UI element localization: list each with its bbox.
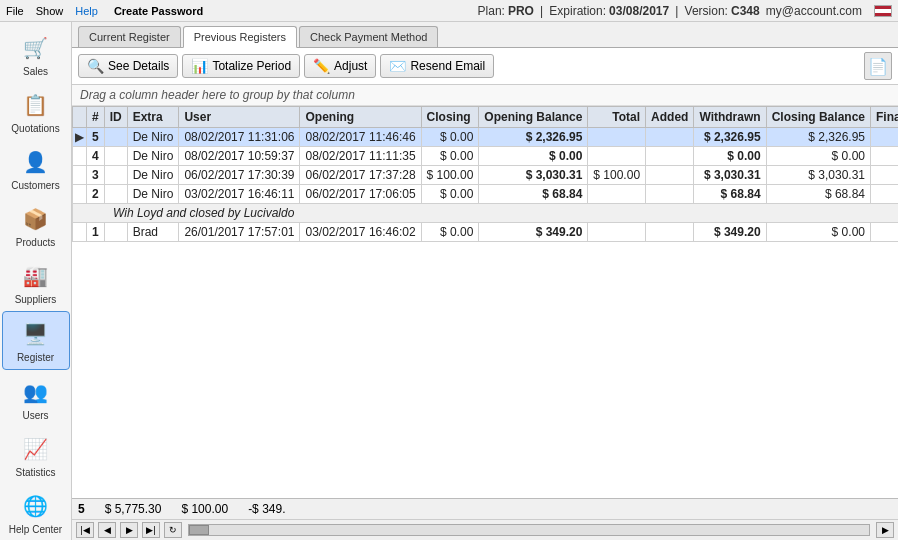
sidebar-label-quotations: Quotations: [11, 123, 59, 134]
table-subrow: Wih Loyd and closed by Lucivaldo: [73, 204, 899, 223]
sidebar-item-suppliers[interactable]: 🏭 Suppliers: [2, 254, 70, 311]
col-added[interactable]: Added: [646, 107, 694, 128]
menu-help[interactable]: Help: [75, 5, 98, 17]
nav-next-button[interactable]: ▶: [120, 522, 138, 538]
resend-email-button[interactable]: ✉️ Resend Email: [380, 54, 494, 78]
footer-summary-row: 5 $ 5,775.30 $ 100.00 -$ 349.: [72, 499, 898, 520]
totalize-period-button[interactable]: 📊 Totalize Period: [182, 54, 300, 78]
totalize-period-icon: 📊: [191, 58, 208, 74]
customers-icon: 👤: [20, 146, 52, 178]
sidebar-item-statistics[interactable]: 📈 Statistics: [2, 427, 70, 484]
col-opening-balance[interactable]: Opening Balance: [479, 107, 588, 128]
scroll-thumb: [189, 525, 209, 535]
quotations-icon: 📋: [20, 89, 52, 121]
resend-email-icon: ✉️: [389, 58, 406, 74]
users-icon: 👥: [20, 376, 52, 408]
suppliers-icon: 🏭: [20, 260, 52, 292]
col-opening[interactable]: Opening: [300, 107, 421, 128]
nav-last-button[interactable]: ▶|: [142, 522, 160, 538]
adjust-label: Adjust: [334, 59, 367, 73]
col-extra[interactable]: Extra: [127, 107, 179, 128]
see-details-icon: 🔍: [87, 58, 104, 74]
toolbar: 🔍 See Details 📊 Totalize Period ✏️ Adjus…: [72, 48, 898, 85]
sales-icon: 🛒: [20, 32, 52, 64]
footer-added: $ 100.00: [181, 502, 228, 516]
table-row[interactable]: ▶5De Niro08/02/2017 11:31:0608/02/2017 1…: [73, 128, 899, 147]
col-user[interactable]: User: [179, 107, 300, 128]
main-layout: 🛒 Sales 📋 Quotations 👤 Customers 📦 Produ…: [0, 22, 898, 540]
create-password: Create Password: [114, 5, 203, 17]
sidebar-label-help-center: Help Center: [9, 524, 62, 535]
sidebar-item-register[interactable]: 🖥️ Register: [2, 311, 70, 370]
sidebar-label-products: Products: [16, 237, 55, 248]
sidebar-item-products[interactable]: 📦 Products: [2, 197, 70, 254]
tab-previous-registers[interactable]: Previous Registers: [183, 26, 297, 48]
statistics-icon: 📈: [20, 433, 52, 465]
col-id[interactable]: #: [87, 107, 105, 128]
nav-first-button[interactable]: |◀: [76, 522, 94, 538]
col-id-num[interactable]: ID: [104, 107, 127, 128]
col-arrow: [73, 107, 87, 128]
tab-check-payment-method[interactable]: Check Payment Method: [299, 26, 438, 47]
col-closing-balance[interactable]: Closing Balance: [766, 107, 870, 128]
tabs-bar: Current Register Previous Registers Chec…: [72, 22, 898, 48]
table-row[interactable]: 2De Niro03/02/2017 16:46:1106/02/2017 17…: [73, 185, 899, 204]
content-area: Current Register Previous Registers Chec…: [72, 22, 898, 540]
table-row[interactable]: 3De Niro06/02/2017 17:30:3906/02/2017 17…: [73, 166, 899, 185]
sidebar-item-customers[interactable]: 👤 Customers: [2, 140, 70, 197]
totalize-period-label: Totalize Period: [212, 59, 291, 73]
document-icon: 📄: [864, 52, 892, 80]
menu-file[interactable]: File: [6, 5, 24, 17]
sidebar-label-customers: Customers: [11, 180, 59, 191]
table-header-row: # ID Extra User Opening Closing Opening …: [73, 107, 899, 128]
col-final-closing[interactable]: Final Closing Balance: [870, 107, 898, 128]
footer: 5 $ 5,775.30 $ 100.00 -$ 349. |◀ ◀ ▶ ▶| …: [72, 498, 898, 540]
sidebar-item-sales[interactable]: 🛒 Sales: [2, 26, 70, 83]
plan-info: Plan: PRO | Expiration: 03/08/2017 | Ver…: [478, 4, 862, 18]
col-closing[interactable]: Closing: [421, 107, 479, 128]
infobar-text: Drag a column header here to group by th…: [80, 88, 355, 102]
menu-show[interactable]: Show: [36, 5, 64, 17]
table-row[interactable]: 4De Niro08/02/2017 10:59:3708/02/2017 11…: [73, 147, 899, 166]
products-icon: 📦: [20, 203, 52, 235]
footer-id: 5: [78, 502, 85, 516]
adjust-icon: ✏️: [313, 58, 330, 74]
sidebar-item-help-center[interactable]: 🌐 Help Center: [2, 484, 70, 540]
sidebar-item-users[interactable]: 👥 Users: [2, 370, 70, 427]
horizontal-scrollbar[interactable]: [188, 524, 870, 536]
see-details-button[interactable]: 🔍 See Details: [78, 54, 178, 78]
register-icon: 🖥️: [20, 318, 52, 350]
table-row[interactable]: 1Brad26/01/2017 17:57:0103/02/2017 16:46…: [73, 223, 899, 242]
footer-shortage: -$ 349.: [248, 502, 285, 516]
sidebar-label-register: Register: [17, 352, 54, 363]
topbar: File Show Help Create Password Plan: PRO…: [0, 0, 898, 22]
footer-nav-row: |◀ ◀ ▶ ▶| ↻ ▶: [72, 520, 898, 540]
col-withdrawn[interactable]: Withdrawn: [694, 107, 766, 128]
footer-total: $ 5,775.30: [105, 502, 162, 516]
nav-extra-button[interactable]: ↻: [164, 522, 182, 538]
data-table-container[interactable]: # ID Extra User Opening Closing Opening …: [72, 106, 898, 498]
sidebar-label-sales: Sales: [23, 66, 48, 77]
table-body: ▶5De Niro08/02/2017 11:31:0608/02/2017 1…: [73, 128, 899, 242]
infobar: Drag a column header here to group by th…: [72, 85, 898, 106]
tab-current-register[interactable]: Current Register: [78, 26, 181, 47]
flag-icon: [874, 5, 892, 17]
sidebar-label-statistics: Statistics: [15, 467, 55, 478]
see-details-label: See Details: [108, 59, 169, 73]
sidebar-label-suppliers: Suppliers: [15, 294, 57, 305]
sidebar-item-quotations[interactable]: 📋 Quotations: [2, 83, 70, 140]
resend-email-label: Resend Email: [410, 59, 485, 73]
sidebar: 🛒 Sales 📋 Quotations 👤 Customers 📦 Produ…: [0, 22, 72, 540]
sidebar-label-users: Users: [22, 410, 48, 421]
scroll-right-button[interactable]: ▶: [876, 522, 894, 538]
nav-prev-button[interactable]: ◀: [98, 522, 116, 538]
registers-table: # ID Extra User Opening Closing Opening …: [72, 106, 898, 242]
adjust-button[interactable]: ✏️ Adjust: [304, 54, 376, 78]
col-total[interactable]: Total: [588, 107, 646, 128]
help-center-icon: 🌐: [20, 490, 52, 522]
